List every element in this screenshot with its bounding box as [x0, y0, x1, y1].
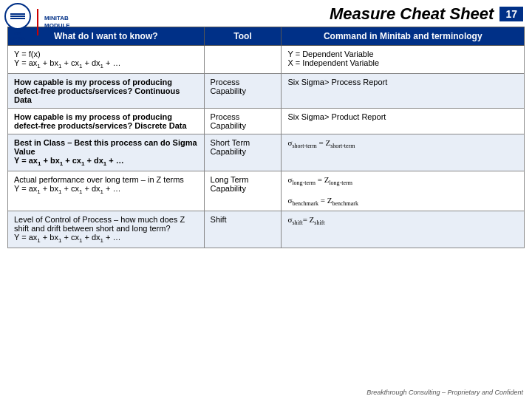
row6-what: Level of Control of Process – how much d… [8, 211, 205, 248]
row6-command: σshift= Zshift [282, 211, 525, 248]
row1-what: Y = f(x) Y = ax1 + bx1 + cx1 + dx1 + … [8, 46, 205, 74]
row4-command: σshort-term = Zshort-term [282, 134, 525, 171]
footer-text: Breakthrough Consulting – Proprietary an… [366, 389, 523, 396]
page: SIXSIGMA MINITABMODULE Measure Cheat She… [0, 0, 532, 399]
logo-subtitle: MINITABMODULE [44, 15, 70, 30]
table-row: How capable is my process of producing d… [8, 74, 525, 109]
table-row: Best in Class – Best this process can do… [8, 134, 525, 171]
row3-what: How capable is my process of producing d… [8, 109, 205, 134]
page-title: Measure Cheat Sheet [330, 4, 494, 24]
row5-what: Actual performance over long term – in Z… [8, 171, 205, 211]
page-number: 17 [499, 7, 523, 21]
logo-circle [4, 3, 31, 30]
col-header-tool: Tool [204, 27, 282, 46]
logo-text: SIXSIGMA [10, 31, 25, 41]
table-row: Y = f(x) Y = ax1 + bx1 + cx1 + dx1 + … Y… [8, 46, 525, 74]
table-row: How capable is my process of producing d… [8, 109, 525, 134]
row1-command: Y = Dependent Variable X = Independent V… [282, 46, 525, 74]
row2-tool: Process Capability [204, 74, 282, 109]
header: Measure Cheat Sheet 17 [0, 0, 532, 27]
table-row: Actual performance over long term – in Z… [8, 171, 525, 211]
row2-what: How capable is my process of producing d… [8, 74, 205, 109]
table-container: What do I want to know? Tool Command in … [0, 27, 532, 251]
row5-tool: Long Term Capability [204, 171, 282, 211]
row1-tool [204, 46, 282, 74]
row3-tool: Process Capability [204, 109, 282, 134]
main-table: What do I want to know? Tool Command in … [7, 27, 525, 248]
row3-command: Six Sigma> Product Report [282, 109, 525, 134]
col-header-command: Command in Minitab and terminology [282, 27, 525, 46]
row5-command: σlong-term = Zlong-term σbenchmark = Zbe… [282, 171, 525, 211]
table-row: Level of Control of Process – how much d… [8, 211, 525, 248]
row4-tool: Short Term Capability [204, 134, 282, 171]
table-header-row: What do I want to know? Tool Command in … [8, 27, 525, 46]
row4-what: Best in Class – Best this process can do… [8, 134, 205, 171]
row2-command: Six Sigma> Process Report [282, 74, 525, 109]
row6-tool: Shift [204, 211, 282, 248]
logo-area: SIXSIGMA MINITABMODULE [4, 3, 70, 41]
